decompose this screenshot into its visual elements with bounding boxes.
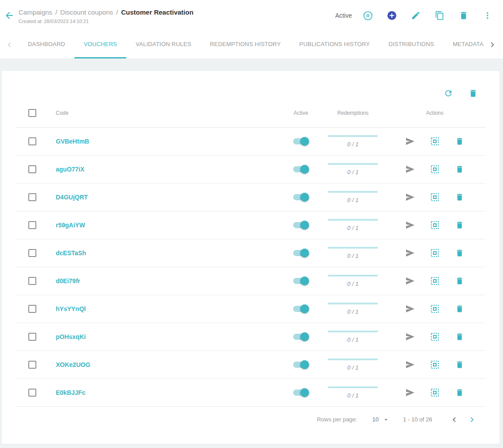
active-toggle[interactable] (293, 164, 309, 174)
row-checkbox[interactable] (28, 361, 36, 369)
voucher-barcode-button[interactable] (429, 276, 440, 286)
publish-voucher-button[interactable] (405, 359, 415, 370)
row-checkbox[interactable] (28, 165, 36, 173)
delete-voucher-button[interactable] (454, 387, 465, 398)
delete-voucher-button[interactable] (454, 248, 465, 258)
copy-icon (435, 11, 445, 20)
voucher-code-link[interactable]: hYsYYnQl (56, 305, 86, 312)
previous-page-button[interactable] (448, 413, 460, 426)
voucher-code-link[interactable]: aguO77iX (56, 166, 85, 173)
delete-selected-vouchers-button[interactable] (468, 88, 478, 98)
delete-voucher-button[interactable] (454, 359, 465, 370)
rows-per-page-label: Rows per page: (317, 416, 357, 423)
active-toggle[interactable] (293, 276, 309, 286)
voucher-code-link[interactable]: E0kBJJFc (56, 389, 85, 396)
tab-redemptions-history[interactable]: REDEMPTIONS HISTORY (201, 31, 290, 58)
more-options-button[interactable] (482, 10, 493, 21)
row-checkbox[interactable] (28, 305, 36, 313)
active-toggle[interactable] (293, 248, 309, 258)
voucher-barcode-button[interactable] (429, 192, 440, 203)
active-toggle[interactable] (293, 136, 309, 146)
send-icon (405, 164, 415, 175)
voucher-code-link[interactable]: d0Ei79fr (56, 277, 80, 284)
voucher-code-link[interactable]: dcESTaSh (56, 249, 86, 257)
publish-voucher-button[interactable] (405, 136, 415, 147)
active-toggle[interactable] (293, 388, 309, 397)
row-checkbox[interactable] (28, 137, 36, 145)
publish-voucher-button[interactable] (405, 220, 415, 230)
tabs-scroll-right-button[interactable] (484, 31, 500, 58)
delete-voucher-button[interactable] (454, 136, 465, 147)
voucher-code-link[interactable]: pOHsxqKi (56, 333, 86, 340)
delete-voucher-button[interactable] (454, 331, 465, 342)
voucher-barcode-button[interactable] (429, 164, 440, 175)
breadcrumb: Campaigns / Discount coupons / Customer … (19, 8, 193, 16)
add-vouchers-button[interactable] (387, 10, 397, 21)
publish-voucher-button[interactable] (405, 248, 415, 258)
active-toggle[interactable] (293, 332, 309, 342)
voucher-barcode-button[interactable] (429, 220, 440, 230)
breadcrumb-discount-coupons[interactable]: Discount coupons (60, 8, 113, 16)
tab-distributions[interactable]: DISTRIBUTIONS (379, 31, 443, 58)
tab-vouchers[interactable]: VOUCHERS (74, 31, 126, 58)
row-checkbox[interactable] (28, 333, 36, 341)
voucher-barcode-button[interactable] (429, 248, 440, 258)
publish-voucher-button[interactable] (405, 276, 415, 286)
row-checkbox[interactable] (28, 221, 36, 229)
delete-voucher-button[interactable] (454, 304, 465, 314)
redemptions-count: 0 / 1 (347, 197, 358, 203)
breadcrumb-campaigns[interactable]: Campaigns (19, 8, 52, 16)
voucher-code-link[interactable]: D4GUjQRT (56, 194, 88, 201)
send-icon (405, 136, 415, 147)
toggle-knob (300, 277, 309, 285)
delete-campaign-button[interactable] (458, 10, 469, 21)
redemptions-count: 0 / 1 (347, 280, 358, 287)
publish-voucher-button[interactable] (405, 387, 415, 398)
redemptions-count: 0 / 1 (347, 225, 358, 231)
tabs-scroll-left-button[interactable] (0, 31, 19, 58)
delete-voucher-button[interactable] (454, 276, 465, 286)
voucher-code-link[interactable]: r59gAiYW (56, 222, 85, 229)
voucher-code-link[interactable]: XOKe2UOG (56, 361, 90, 368)
publish-voucher-button[interactable] (405, 331, 415, 342)
duplicate-campaign-button[interactable] (434, 10, 445, 21)
voucher-row: aguO77iX 0 / 1 (15, 156, 486, 183)
edit-campaign-button[interactable] (410, 10, 421, 21)
delete-voucher-button[interactable] (454, 220, 465, 230)
publish-voucher-button[interactable] (405, 304, 415, 314)
active-toggle[interactable] (293, 360, 309, 370)
redemptions-cell: 0 / 1 (322, 191, 384, 203)
redemptions-count: 0 / 1 (347, 169, 358, 175)
redemptions-progress-bar (328, 303, 378, 304)
row-checkbox[interactable] (28, 249, 36, 257)
refresh-vouchers-button[interactable] (443, 88, 453, 98)
publish-voucher-button[interactable] (405, 192, 415, 203)
row-checkbox[interactable] (28, 277, 36, 285)
voucher-barcode-button[interactable] (429, 331, 440, 342)
tab-dashboard[interactable]: DASHBOARD (19, 31, 74, 58)
active-toggle[interactable] (293, 304, 309, 314)
publish-voucher-button[interactable] (405, 164, 415, 175)
active-toggle[interactable] (293, 192, 309, 202)
next-page-button[interactable] (466, 413, 478, 426)
row-actions (384, 164, 486, 175)
tab-publications-history[interactable]: PUBLICATIONS HISTORY (290, 31, 379, 58)
voucher-barcode-button[interactable] (429, 387, 440, 398)
row-actions (384, 331, 486, 342)
back-button[interactable] (4, 10, 15, 21)
pause-campaign-button[interactable] (363, 10, 373, 21)
voucher-barcode-button[interactable] (429, 136, 440, 147)
active-toggle[interactable] (293, 220, 309, 230)
voucher-barcode-button[interactable] (429, 359, 440, 370)
tab-validation-rules[interactable]: VALIDATION RULES (126, 31, 201, 58)
barcode-preview-icon (430, 165, 439, 174)
row-actions (384, 136, 486, 147)
row-checkbox[interactable] (28, 193, 36, 201)
rows-per-page-select[interactable]: 10 (372, 416, 390, 423)
row-checkbox[interactable] (28, 389, 36, 397)
voucher-code-link[interactable]: GVBeHtmB (56, 138, 89, 145)
delete-voucher-button[interactable] (454, 164, 465, 175)
voucher-barcode-button[interactable] (429, 304, 440, 314)
delete-voucher-button[interactable] (454, 192, 465, 203)
select-all-checkbox[interactable] (28, 109, 36, 117)
